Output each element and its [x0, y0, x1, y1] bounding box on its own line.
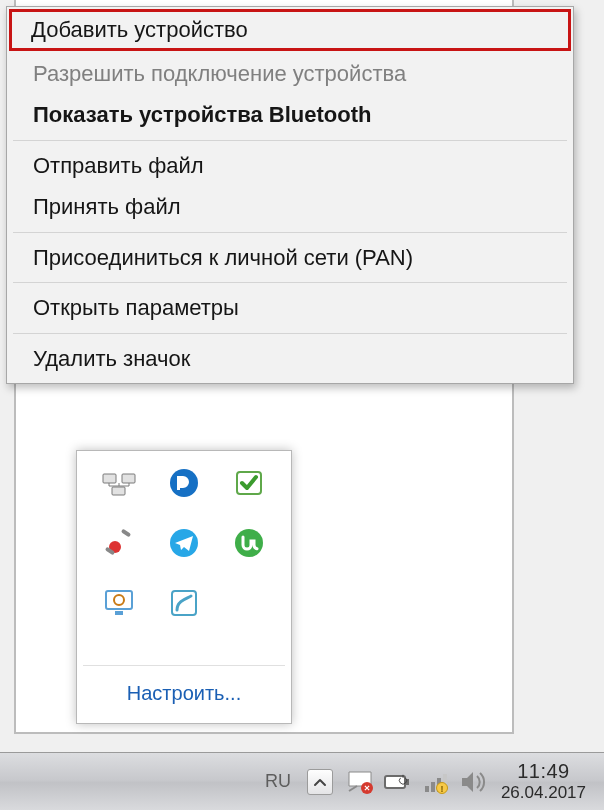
taskbar: RU ! 11:49 26.04.2017 [0, 752, 604, 810]
menu-separator [13, 333, 567, 334]
svg-rect-0 [103, 474, 116, 483]
bluetooth-context-menu: Добавить устройствоРазрешить подключение… [6, 6, 574, 384]
utorrent-icon[interactable] [231, 525, 267, 561]
menu-item: Разрешить подключение устройства [11, 53, 569, 95]
svg-rect-2 [112, 487, 125, 495]
svg-rect-17 [425, 786, 429, 792]
clock[interactable]: 11:49 26.04.2017 [495, 760, 596, 803]
svg-rect-6 [120, 528, 130, 537]
menu-item[interactable]: Добавить устройство [9, 9, 571, 51]
svg-rect-15 [385, 776, 405, 788]
menu-item[interactable]: Отправить файл [11, 145, 569, 187]
chevron-up-icon [313, 777, 327, 787]
show-hidden-icons-button[interactable] [307, 769, 333, 795]
menu-separator [13, 140, 567, 141]
menu-separator [13, 232, 567, 233]
monitor-icon[interactable] [101, 585, 137, 621]
svg-rect-1 [122, 474, 135, 483]
clock-date: 26.04.2017 [501, 783, 586, 803]
svg-point-9 [235, 529, 263, 557]
device-icon[interactable] [101, 465, 137, 501]
tray-icons-grid [77, 451, 291, 665]
menu-item[interactable]: Принять файл [11, 186, 569, 228]
menu-item[interactable]: Присоединиться к личной сети (PAN) [11, 237, 569, 279]
telegram-icon[interactable] [166, 525, 202, 561]
perisonic-icon[interactable] [166, 465, 202, 501]
network-icon[interactable]: ! [421, 767, 451, 797]
check-icon[interactable] [231, 465, 267, 501]
action-center-icon[interactable] [345, 767, 375, 797]
menu-separator [13, 282, 567, 283]
power-icon[interactable] [383, 767, 413, 797]
volume-icon[interactable] [459, 767, 489, 797]
customize-link[interactable]: Настроить... [77, 666, 291, 723]
notification-overflow-flyout: Настроить... [76, 450, 292, 724]
menu-item[interactable]: Показать устройства Bluetooth [11, 94, 569, 136]
svg-rect-18 [431, 782, 435, 792]
system-tray: ! [339, 767, 495, 797]
svg-rect-13 [172, 591, 196, 615]
svg-rect-12 [115, 611, 123, 615]
clock-time: 11:49 [517, 760, 570, 783]
svg-rect-10 [106, 591, 132, 609]
language-indicator[interactable]: RU [255, 771, 301, 792]
satellite-icon[interactable] [101, 525, 137, 561]
menu-item[interactable]: Удалить значок [11, 338, 569, 380]
app-icon[interactable] [166, 585, 202, 621]
menu-item[interactable]: Открыть параметры [11, 287, 569, 329]
svg-text:!: ! [440, 784, 443, 794]
